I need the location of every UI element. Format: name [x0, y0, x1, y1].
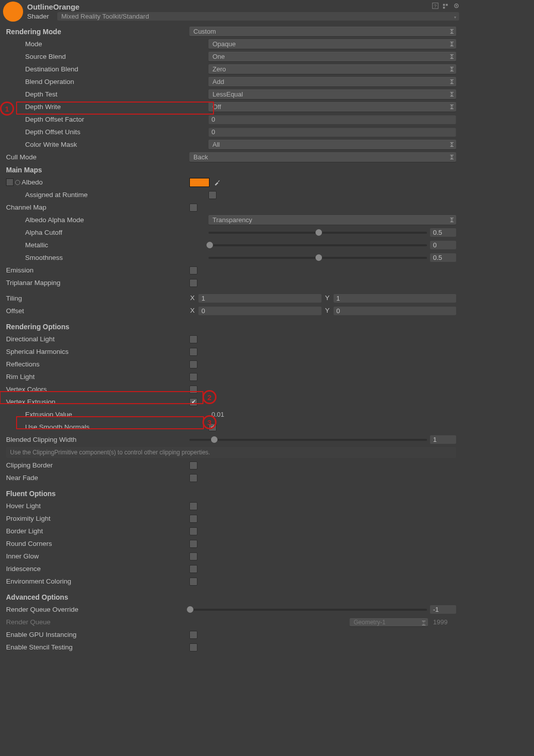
clipping-border-label: Clipping Border	[6, 461, 189, 469]
mode-dropdown[interactable]: Opaque▴▾	[208, 39, 456, 49]
cull-mode-dropdown[interactable]: Back▴▾	[189, 152, 456, 162]
albedo-picker-icon[interactable]	[15, 180, 20, 185]
render-queue-label: Render Queue	[6, 618, 189, 626]
tiling-x-field[interactable]: 1	[198, 294, 322, 303]
metallic-slider[interactable]	[208, 244, 427, 246]
destination-blend-dropdown[interactable]: Zero▴▾	[208, 64, 456, 74]
spherical-harmonics-label: Spherical Harmonics	[6, 348, 189, 355]
svg-rect-4	[443, 7, 445, 9]
albedo-color-swatch[interactable]	[189, 178, 209, 187]
help-icon[interactable]: ?	[432, 2, 439, 10]
border-light-checkbox[interactable]	[189, 527, 197, 535]
environment-coloring-checkbox[interactable]	[189, 578, 197, 586]
hover-light-checkbox[interactable]	[189, 502, 197, 510]
depth-offset-units-field[interactable]: 0	[208, 127, 456, 137]
tiling-label: Tiling	[6, 295, 189, 302]
near-fade-checkbox[interactable]	[189, 474, 197, 482]
smoothness-value[interactable]: 0.5	[430, 253, 456, 262]
blend-operation-dropdown[interactable]: Add▴▾	[208, 77, 456, 86]
offset-x-field[interactable]: 0	[198, 307, 322, 315]
albedo-alpha-mode-dropdown[interactable]: Transparency▴▾	[208, 215, 456, 225]
channel-map-label: Channel Map	[6, 204, 189, 211]
enable-gpu-instancing-checkbox[interactable]	[189, 631, 197, 639]
channel-map-checkbox[interactable]	[189, 204, 197, 212]
color-write-mask-label: Color Write Mask	[6, 141, 208, 148]
blended-clipping-width-label: Blended Clipping Width	[6, 436, 189, 443]
proximity-light-checkbox[interactable]	[189, 515, 197, 523]
preset-icon[interactable]	[442, 2, 450, 10]
header: OutlineOrange Shader Mixed Reality Toolk…	[0, 0, 462, 23]
directional-light-checkbox[interactable]	[189, 335, 197, 343]
enable-stencil-testing-checkbox[interactable]	[189, 643, 197, 651]
border-light-label: Border Light	[6, 527, 189, 535]
albedo-texture-slot[interactable]	[6, 178, 14, 186]
offset-y-field[interactable]: 0	[334, 307, 457, 315]
svg-point-6	[456, 5, 457, 7]
hover-light-label: Hover Light	[6, 502, 189, 510]
tiling-y-field[interactable]: 1	[334, 294, 457, 303]
spherical-harmonics-checkbox[interactable]	[189, 348, 197, 356]
emission-checkbox[interactable]	[189, 266, 197, 274]
rim-light-label: Rim Light	[6, 373, 189, 381]
y-label: Y	[325, 294, 331, 303]
vertex-extrusion-checkbox[interactable]	[189, 398, 197, 406]
shader-value: Mixed Reality Toolkit/Standard	[61, 13, 149, 20]
enable-stencil-testing-label: Enable Stencil Testing	[6, 643, 189, 651]
blended-clipping-width-value[interactable]: 1	[430, 435, 456, 444]
triplanar-mapping-checkbox[interactable]	[189, 279, 197, 287]
blend-operation-label: Blend Operation	[6, 78, 208, 85]
main-maps-title: Main Maps	[6, 166, 189, 174]
render-queue-override-value[interactable]: -1	[430, 605, 456, 614]
source-blend-dropdown[interactable]: One▴▾	[208, 52, 456, 61]
round-corners-checkbox[interactable]	[189, 540, 197, 548]
near-fade-label: Near Fade	[6, 474, 189, 482]
rendering-mode-dropdown[interactable]: Custom▴▾	[189, 27, 456, 36]
depth-write-dropdown[interactable]: Off▴▾	[208, 102, 456, 112]
proximity-light-label: Proximity Light	[6, 515, 189, 522]
render-queue-dropdown: Geometry-1▴▾	[350, 618, 428, 626]
alpha-cutoff-value[interactable]: 0.5	[430, 228, 456, 237]
environment-coloring-label: Environment Coloring	[6, 578, 189, 585]
svg-rect-3	[446, 4, 448, 6]
material-preview-swatch[interactable]	[3, 2, 23, 22]
inner-glow-label: Inner Glow	[6, 552, 189, 560]
alpha-cutoff-slider[interactable]	[208, 232, 427, 234]
vertex-extrusion-label: Vertex Extrusion	[6, 398, 189, 406]
use-smooth-normals-checkbox[interactable]	[208, 423, 217, 431]
assigned-at-runtime-checkbox[interactable]	[208, 191, 217, 199]
offset-label: Offset	[6, 307, 189, 315]
shader-label: Shader	[27, 13, 57, 20]
round-corners-label: Round Corners	[6, 540, 189, 547]
clipping-border-checkbox[interactable]	[189, 461, 197, 469]
smoothness-slider[interactable]	[208, 257, 427, 259]
depth-offset-factor-field[interactable]: 0	[208, 115, 456, 124]
material-name: OutlineOrange	[27, 3, 459, 11]
extrusion-value-field[interactable]: 0.01	[208, 410, 456, 419]
reflections-checkbox[interactable]	[189, 360, 197, 368]
assigned-at-runtime-label: Assigned at Runtime	[6, 191, 208, 199]
vertex-colors-checkbox[interactable]	[189, 386, 197, 394]
directional-light-label: Directional Light	[6, 335, 189, 343]
depth-write-label: Depth Write	[6, 103, 208, 111]
material-inspector: 1 2 3 OutlineOrange Shader Mixed Reality…	[0, 0, 462, 657]
use-smooth-normals-label: Use Smooth Normals	[6, 423, 208, 431]
triplanar-mapping-label: Triplanar Mapping	[6, 279, 189, 287]
rim-light-checkbox[interactable]	[189, 373, 197, 381]
depth-test-dropdown[interactable]: LessEqual▴▾	[208, 89, 456, 99]
shader-dropdown[interactable]: Mixed Reality Toolkit/Standard▾	[57, 12, 459, 21]
color-write-mask-dropdown[interactable]: All▴▾	[208, 140, 456, 149]
blended-clipping-width-slider[interactable]	[189, 439, 427, 441]
mode-label: Mode	[6, 40, 208, 48]
advanced-options-title: Advanced Options	[6, 593, 189, 601]
iridescence-checkbox[interactable]	[189, 565, 197, 573]
enable-gpu-instancing-label: Enable GPU Instancing	[6, 631, 189, 638]
emission-label: Emission	[6, 266, 189, 274]
metallic-label: Metallic	[6, 241, 208, 249]
metallic-value[interactable]: 0	[430, 241, 456, 249]
render-queue-override-slider[interactable]	[189, 609, 427, 611]
albedo-label: Albedo	[22, 178, 43, 186]
x-label: X	[189, 307, 195, 315]
eyedropper-icon[interactable]	[213, 179, 221, 186]
inner-glow-checkbox[interactable]	[189, 552, 197, 560]
gear-icon[interactable]	[453, 2, 460, 10]
